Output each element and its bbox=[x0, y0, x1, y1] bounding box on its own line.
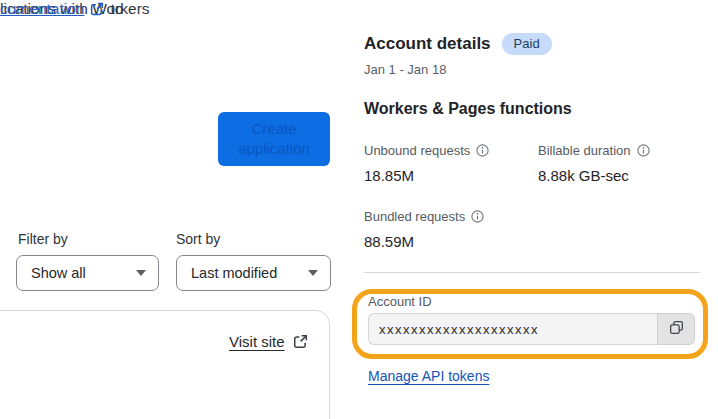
info-icon[interactable] bbox=[637, 144, 650, 157]
info-icon[interactable] bbox=[476, 144, 489, 157]
intro-text-after-link: to bbox=[110, 0, 123, 18]
copy-button[interactable] bbox=[657, 313, 695, 345]
account-id-label: Account ID bbox=[368, 294, 432, 309]
create-application-button[interactable]: Create application bbox=[218, 112, 330, 166]
documentation-link[interactable]: cumentation bbox=[0, 0, 84, 18]
project-card bbox=[0, 310, 330, 419]
account-details-title: Account details bbox=[364, 34, 491, 54]
account-details-header: Account details Paid bbox=[364, 33, 552, 55]
manage-api-tokens-link[interactable]: Manage API tokens bbox=[368, 368, 489, 384]
copy-icon bbox=[668, 319, 685, 339]
account-id-input[interactable] bbox=[368, 313, 657, 345]
stat-value: 88.59M bbox=[364, 233, 484, 250]
stat-label: Unbound requests bbox=[364, 143, 489, 158]
visit-site-link[interactable]: Visit site bbox=[229, 333, 308, 350]
filter-select[interactable]: Show all bbox=[16, 255, 159, 291]
account-id-field-group bbox=[368, 313, 695, 345]
info-icon[interactable] bbox=[471, 210, 484, 223]
sort-by-label: Sort by bbox=[176, 231, 220, 247]
sort-select-value: Last modified bbox=[191, 265, 277, 281]
stat-label: Billable duration bbox=[538, 143, 650, 158]
stat-label: Bundled requests bbox=[364, 209, 484, 224]
stat-bundled-requests: Bundled requests 88.59M bbox=[364, 209, 484, 250]
chevron-down-icon bbox=[308, 270, 318, 276]
stat-value: 8.88k GB-sec bbox=[538, 167, 650, 184]
visit-site-label: Visit site bbox=[229, 333, 285, 350]
external-link-icon bbox=[90, 2, 104, 16]
stat-value: 18.85M bbox=[364, 167, 489, 184]
intro-text-line2: cumentation to bbox=[0, 0, 123, 18]
plan-badge: Paid bbox=[502, 33, 552, 55]
chevron-down-icon bbox=[136, 270, 146, 276]
stat-unbound-requests: Unbound requests 18.85M bbox=[364, 143, 489, 184]
functions-section-title: Workers & Pages functions bbox=[364, 100, 572, 118]
date-range: Jan 1 - Jan 18 bbox=[364, 62, 446, 77]
workers-pages-dashboard: lications with Workers cumentation to Cr… bbox=[0, 0, 718, 419]
stat-billable-duration: Billable duration 8.88k GB-sec bbox=[538, 143, 650, 184]
filter-select-value: Show all bbox=[31, 265, 86, 281]
section-divider bbox=[364, 272, 700, 273]
external-link-icon bbox=[293, 334, 308, 349]
filter-by-label: Filter by bbox=[18, 231, 68, 247]
sort-select[interactable]: Last modified bbox=[176, 255, 331, 291]
